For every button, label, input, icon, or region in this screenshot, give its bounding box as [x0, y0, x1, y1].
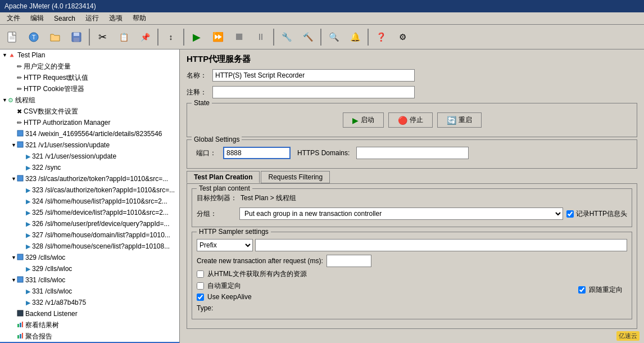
from-html-row: 从HTML文件获取所有内含的资源: [197, 268, 410, 280]
cut-button[interactable]: ✂: [92, 27, 112, 47]
port-label: 端口：: [196, 148, 216, 158]
title-bar: Apache JMeter (4.0 r1823414): [0, 0, 644, 12]
state-buttons: ▶ 启动 🔴 停止 🔄 重启: [192, 106, 632, 132]
tab-test-plan-creation[interactable]: Test Plan Creation: [187, 171, 260, 183]
tree-item-req-331-group[interactable]: ▼331 /clls/wloc: [0, 274, 179, 286]
use-keepalive-checkbox[interactable]: [197, 294, 204, 301]
paste-button[interactable]: 📌: [135, 27, 155, 47]
tree-item-req-325[interactable]: ▶325 /sl/home/device/list?appId=1010&src…: [0, 207, 179, 218]
menu-search[interactable]: Search: [49, 13, 80, 24]
name-input[interactable]: [212, 69, 415, 82]
tree-item-req-323[interactable]: ▶323 /sl/cas/authorize/token?appId=1010&…: [0, 184, 179, 196]
tree-icon: ▶: [26, 164, 30, 172]
tree-item-user-vars[interactable]: ✏用户定义的变量: [0, 61, 179, 72]
sep6: [368, 29, 369, 46]
stop-button[interactable]: ⏹: [229, 27, 250, 47]
tree-item-req-321-group[interactable]: ▼321 /v1/user/session/update: [0, 139, 179, 151]
svg-rect-9: [17, 142, 23, 147]
svg-rect-17: [17, 335, 19, 339]
expand-button[interactable]: ↕: [161, 27, 181, 47]
tree-item-aggregate-graph[interactable]: 察看结果树: [0, 319, 179, 331]
tree-item-req-332[interactable]: ▶332 /v1/a87b4b75: [0, 297, 179, 308]
panel-header: HTTP代理服务器: [180, 49, 644, 67]
tree-arrow: ▼: [11, 176, 17, 182]
restart-button[interactable]: 🔄 重启: [437, 112, 482, 128]
tree-item-csv-data[interactable]: ✖CSV数据文件设置: [0, 106, 179, 117]
tree-item-req-329-group[interactable]: ▼329 /clls/wloc: [0, 252, 179, 263]
settings-button[interactable]: ⚙: [392, 27, 412, 47]
tree-item-http-defaults[interactable]: ✏HTTP Request默认值: [0, 72, 179, 83]
menu-options[interactable]: 选项: [105, 12, 127, 24]
tree-item-req-329[interactable]: ▶329 /clls/wloc: [0, 263, 179, 274]
clear-all-button[interactable]: 🔨: [298, 27, 318, 47]
search-button[interactable]: 🔍: [324, 27, 344, 47]
tree-item-thread-group[interactable]: ▼⚙线程组: [0, 94, 179, 106]
run-button[interactable]: ▶: [187, 27, 207, 47]
tree-item-req-322[interactable]: ▶322 /sync: [0, 162, 179, 173]
comment-label: 注释：: [187, 88, 209, 97]
use-keepalive-row: Use KeepAlive: [197, 292, 410, 302]
start-button[interactable]: ▶ 启动: [343, 112, 384, 128]
global-settings-title: Global Settings: [192, 136, 242, 143]
sep2: [157, 29, 158, 46]
grouping-select[interactable]: Put each group in a new transaction cont…: [239, 207, 563, 220]
menu-run[interactable]: 运行: [81, 12, 103, 24]
menu-file[interactable]: 文件: [2, 12, 25, 24]
use-keepalive-label: Use KeepAlive: [207, 293, 252, 301]
tree-icon: ▶: [26, 198, 30, 205]
tree-item-req-321[interactable]: ▶321 /v1/user/session/update: [0, 151, 179, 162]
tab-requests-filtering[interactable]: Requests Filtering: [261, 171, 330, 183]
tree-item-req-327[interactable]: ▶327 /sl/home/house/domain/list?appId=10…: [0, 229, 179, 241]
tree-item-req-331[interactable]: ▶331 /clls/wloc: [0, 286, 179, 297]
auto-redirect-checkbox[interactable]: [197, 282, 204, 290]
menu-help[interactable]: 帮助: [128, 12, 151, 24]
tree-icon: ▶: [26, 187, 30, 194]
open-button[interactable]: [45, 27, 65, 47]
tree-label: 324 /sl/home/house/list?appId=1010&src=2…: [32, 197, 167, 205]
tree-item-test-plan[interactable]: ▼🔺Test Plan: [0, 49, 179, 61]
clear-button[interactable]: 🔧: [276, 27, 297, 47]
tree-label: Backend Listener: [25, 310, 78, 318]
run-no-pause-button[interactable]: ⏩: [208, 27, 228, 47]
tree-icon: [17, 175, 24, 183]
port-input[interactable]: [223, 147, 291, 159]
save-button[interactable]: [66, 27, 87, 47]
tree-icon: ▶: [26, 243, 30, 250]
menu-edit[interactable]: 编辑: [26, 12, 48, 24]
tree-label: 331 /clls/wloc: [32, 287, 72, 295]
stop-state-button[interactable]: 🔴 停止: [388, 112, 433, 128]
tree-arrow: ▼: [2, 52, 8, 58]
tree-label: 332 /v1/a87b4b75: [32, 299, 86, 306]
tree-item-aggregate-report[interactable]: 聚合报告: [0, 331, 179, 342]
https-domains-input[interactable]: [356, 147, 469, 159]
tree-icon: ✏: [17, 85, 22, 93]
tree-item-req-323-group[interactable]: ▼323 /sl/cas/authorize/token?appId=1010&…: [0, 173, 179, 184]
prefix-input[interactable]: [255, 239, 627, 251]
comment-input[interactable]: [212, 86, 415, 98]
right-panel: HTTP代理服务器 名称： 注释： State ▶ 启动 🔴 停止: [180, 49, 644, 343]
prefix-row: Prefix Transaction name: [197, 234, 627, 254]
tree-item-req-314[interactable]: 314 /weixin_41695564/article/details/823…: [0, 128, 179, 139]
sep5: [320, 29, 321, 46]
tree-icon: ▶: [26, 288, 30, 295]
new-button[interactable]: [2, 27, 22, 47]
create-transaction-input[interactable]: [326, 255, 371, 267]
shutdown-button[interactable]: ⏸: [251, 27, 271, 47]
tree-item-req-326[interactable]: ▶326 /sl/home/user/pref/device/query?app…: [0, 218, 179, 229]
tree-item-req-324[interactable]: ▶324 /sl/home/house/list?appId=1010&src=…: [0, 196, 179, 207]
global-settings-group: Global Settings 端口： HTTPS Domains:: [187, 139, 637, 169]
from-html-checkbox[interactable]: [197, 270, 204, 278]
open-templates-button[interactable]: T: [24, 27, 44, 47]
tree-item-http-cookie[interactable]: ✏HTTP Cookie管理器: [0, 83, 179, 94]
tree-label: 聚合报告: [25, 332, 52, 341]
tree-item-backend-listener[interactable]: Backend Listener: [0, 308, 179, 319]
record-http-info-checkbox-label[interactable]: 记录HTTP信息头: [566, 209, 627, 219]
reset-search-button[interactable]: 🔔: [345, 27, 365, 47]
follow-redirect-checkbox[interactable]: [578, 286, 586, 294]
record-http-info-checkbox[interactable]: [566, 210, 574, 218]
tree-item-http-auth[interactable]: ✏HTTP Authorization Manager: [0, 117, 179, 128]
tree-item-req-328[interactable]: ▶328 /sl/home/house/scene/list?appId=101…: [0, 241, 179, 252]
copy-button[interactable]: 📋: [114, 27, 134, 47]
help-button[interactable]: ❓: [371, 27, 391, 47]
prefix-select[interactable]: Prefix Transaction name: [197, 239, 253, 251]
